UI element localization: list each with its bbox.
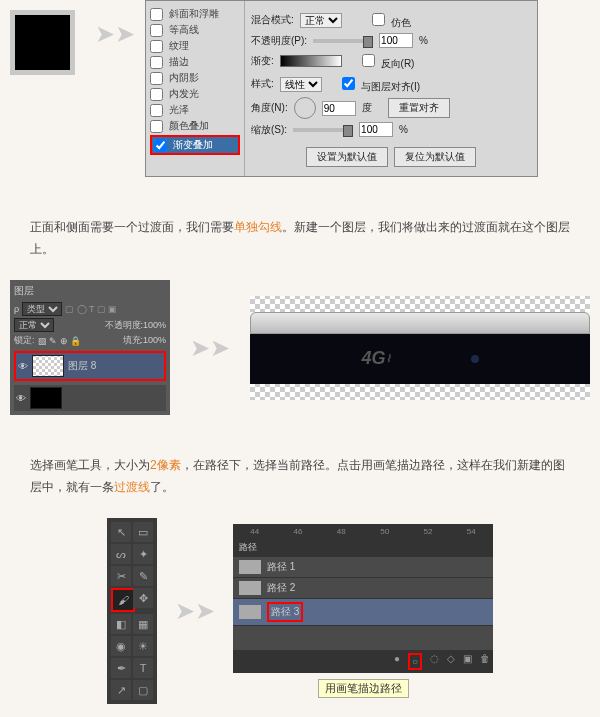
blend-mode-select[interactable]: 正常 — [300, 13, 342, 28]
eyedropper-tool-icon[interactable]: ✎ — [133, 566, 153, 586]
gradient-tool-icon[interactable]: ▦ — [133, 614, 153, 634]
phone-4g-text: 4G — [362, 348, 386, 369]
style-select[interactable]: 线性 — [280, 77, 322, 92]
fill-path-icon[interactable]: ● — [394, 653, 400, 670]
reset-align-button[interactable]: 重置对齐 — [388, 98, 450, 118]
angle-input[interactable] — [322, 101, 356, 116]
stamp-tool-icon[interactable]: ✥ — [133, 588, 153, 608]
fx-item[interactable]: 内阴影 — [150, 71, 240, 85]
checkbox[interactable] — [150, 56, 163, 69]
path-tool-icon[interactable]: ↗ — [111, 680, 131, 700]
blur-tool-icon[interactable]: ◉ — [111, 636, 131, 656]
mask-icon[interactable]: ◇ — [447, 653, 455, 670]
paths-panel: 444648505254 路径 路径 1 路径 2 路径 3 ● ○ ◌ ◇ ▣… — [233, 524, 493, 673]
fill-value[interactable]: 100% — [143, 335, 166, 345]
stroke-path-icon[interactable]: ○ — [408, 653, 422, 670]
scale-input[interactable] — [359, 122, 393, 137]
align-label: 与图层对齐(I) — [361, 81, 420, 92]
path-item[interactable]: 路径 2 — [233, 578, 493, 599]
dither-checkbox[interactable] — [372, 13, 385, 26]
reset-default-button[interactable]: 复位为默认值 — [394, 147, 476, 167]
visibility-icon[interactable]: 👁 — [18, 361, 28, 372]
layer-thumb — [30, 387, 62, 409]
path-item[interactable]: 路径 1 — [233, 557, 493, 578]
fx-item[interactable]: 颜色叠加 — [150, 119, 240, 133]
path-name[interactable]: 路径 2 — [267, 581, 295, 595]
crop-tool-icon[interactable]: ✂ — [111, 566, 131, 586]
reverse-checkbox[interactable] — [362, 54, 375, 67]
paths-tab[interactable]: 路径 — [239, 542, 257, 552]
checkbox[interactable] — [150, 120, 163, 133]
checkbox[interactable] — [154, 139, 167, 152]
fx-item[interactable]: 纹理 — [150, 39, 240, 53]
wifi-icon: ⌇ — [386, 353, 391, 364]
wand-tool-icon[interactable]: ✦ — [133, 544, 153, 564]
delete-path-icon[interactable]: 🗑 — [480, 653, 490, 670]
pct-label: % — [399, 124, 408, 135]
set-default-button[interactable]: 设置为默认值 — [306, 147, 388, 167]
visibility-icon[interactable]: 👁 — [16, 393, 26, 404]
opacity-value[interactable]: 100% — [143, 320, 166, 330]
fx-item-selected[interactable]: 渐变叠加 — [150, 135, 240, 155]
marquee-tool-icon[interactable]: ▭ — [133, 522, 153, 542]
dodge-tool-icon[interactable]: ☀ — [133, 636, 153, 656]
layer-thumb — [32, 355, 64, 377]
gradient-label: 渐变: — [251, 54, 274, 68]
scale-label: 缩放(S): — [251, 123, 287, 137]
lock-label: 锁定: — [14, 334, 35, 347]
fx-item[interactable]: 等高线 — [150, 23, 240, 37]
camera-dot — [471, 355, 479, 363]
arrow-icon: ➤➤ — [190, 334, 230, 362]
blend-select[interactable]: 正常 — [14, 318, 54, 332]
instruction-text: 正面和侧面需要一个过渡面，我们需要单独勾线。新建一个图层，我们将做出来的过渡面就… — [0, 217, 600, 260]
opacity-input[interactable] — [379, 33, 413, 48]
fx-item[interactable]: 光泽 — [150, 103, 240, 117]
checkbox[interactable] — [150, 8, 163, 21]
paths-footer: ● ○ ◌ ◇ ▣ 🗑 — [233, 650, 493, 673]
fx-item[interactable]: 斜面和浮雕 — [150, 7, 240, 21]
instruction-text: 选择画笔工具，大小为2像素，在路径下，选择当前路径。点击用画笔描边路径，这样在我… — [0, 455, 600, 498]
scale-slider[interactable] — [293, 128, 353, 132]
angle-dial[interactable] — [294, 97, 316, 119]
lasso-tool-icon[interactable]: ᔕ — [111, 544, 131, 564]
tooltip-label: 用画笔描边路径 — [318, 679, 409, 698]
arrow-icon: ➤➤ — [95, 20, 135, 48]
preview-thumb — [10, 10, 75, 75]
degree-label: 度 — [362, 101, 372, 115]
arrow-icon: ➤➤ — [175, 597, 215, 625]
checkbox[interactable] — [150, 88, 163, 101]
opacity-slider[interactable] — [313, 39, 373, 43]
layers-panel: 图层 ρ类型▢ ◯ T ▢ ▣ 正常不透明度:100% 锁定:▧ ✎ ⊕ 🔒填充… — [10, 280, 170, 415]
reverse-label: 反向(R) — [381, 58, 415, 69]
eraser-tool-icon[interactable]: ◧ — [111, 614, 131, 634]
brush-tool-icon[interactable]: 🖌 — [111, 588, 135, 612]
pen-tool-icon[interactable]: ✒ — [111, 658, 131, 678]
gradient-picker[interactable] — [280, 55, 342, 67]
checkbox[interactable] — [150, 40, 163, 53]
fx-item[interactable]: 内发光 — [150, 87, 240, 101]
align-checkbox[interactable] — [342, 77, 355, 90]
layer-row-selected[interactable]: 👁 图层 8 — [14, 351, 166, 381]
new-path-icon[interactable]: ▣ — [463, 653, 472, 670]
type-select[interactable]: 类型 — [22, 302, 62, 316]
path-thumb — [239, 581, 261, 595]
layer-row[interactable]: 👁 — [14, 385, 166, 411]
path-name[interactable]: 路径 1 — [267, 560, 295, 574]
path-thumb — [239, 605, 261, 619]
path-name[interactable]: 路径 3 — [267, 602, 303, 622]
type-tool-icon[interactable]: T — [133, 658, 153, 678]
path-item-selected[interactable]: 路径 3 — [233, 599, 493, 626]
move-tool-icon[interactable]: ↖ — [111, 522, 131, 542]
layer-name[interactable]: 图层 8 — [68, 359, 96, 373]
fx-item[interactable]: 描边 — [150, 55, 240, 69]
lock-icons[interactable]: ▧ ✎ ⊕ 🔒 — [38, 336, 82, 346]
angle-label: 角度(N): — [251, 101, 288, 115]
layers-tab[interactable]: 图层 — [14, 284, 34, 298]
checkbox[interactable] — [150, 24, 163, 37]
checkbox[interactable] — [150, 72, 163, 85]
shape-tool-icon[interactable]: ▢ — [133, 680, 153, 700]
checkbox[interactable] — [150, 104, 163, 117]
phone-preview: 4G⌇ — [250, 296, 590, 400]
selection-icon[interactable]: ◌ — [430, 653, 439, 670]
path-thumb — [239, 560, 261, 574]
